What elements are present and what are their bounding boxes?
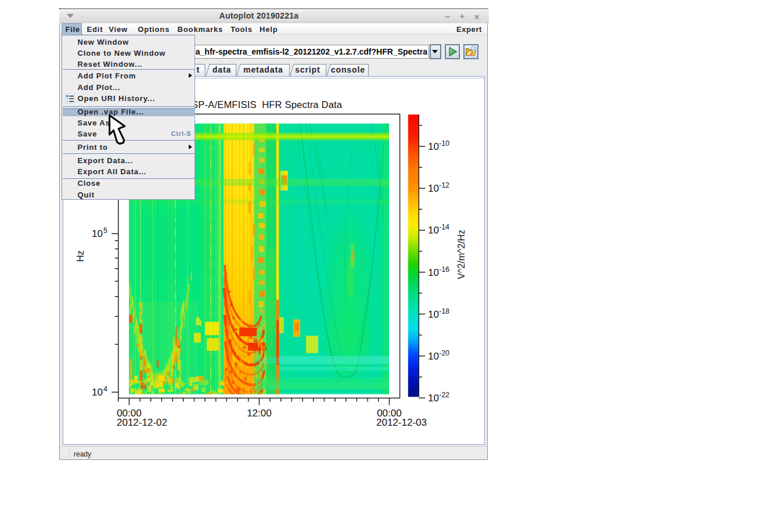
svg-text:-20: -20 xyxy=(439,349,449,357)
svg-text:Hz: Hz xyxy=(75,250,85,262)
svg-text:-22: -22 xyxy=(439,391,449,399)
svg-text:12:00: 12:00 xyxy=(247,408,272,419)
svg-text:RBSP-A/EMFISIS HFR Spectra Da: RBSP-A/EMFISIS HFR Spectra Data xyxy=(178,99,343,110)
svg-text:console: console xyxy=(331,65,365,74)
svg-text:10: 10 xyxy=(428,225,439,236)
svg-text:10: 10 xyxy=(428,351,439,362)
svg-text:metadata: metadata xyxy=(243,65,283,74)
svg-text:-16: -16 xyxy=(439,265,449,274)
svg-text:2012-12-02: 2012-12-02 xyxy=(117,417,167,428)
svg-text:-12: -12 xyxy=(439,181,449,189)
svg-text:10: 10 xyxy=(92,387,103,398)
svg-text:10: 10 xyxy=(428,141,439,152)
svg-text:10: 10 xyxy=(428,309,439,320)
svg-text:data: data xyxy=(213,65,231,74)
svg-text:10: 10 xyxy=(428,393,439,404)
svg-text:4: 4 xyxy=(103,385,107,393)
svg-text:10: 10 xyxy=(428,267,439,278)
svg-text:10: 10 xyxy=(428,183,439,194)
svg-text:-10: -10 xyxy=(439,139,449,148)
svg-text:script: script xyxy=(295,65,321,74)
svg-text:10: 10 xyxy=(92,228,103,239)
svg-text:V^2/m^2/Hz: V^2/m^2/Hz xyxy=(456,229,466,279)
svg-text:-14: -14 xyxy=(439,223,449,231)
svg-text:t: t xyxy=(197,65,200,74)
svg-text:5: 5 xyxy=(103,227,107,235)
svg-text:2012-12-03: 2012-12-03 xyxy=(376,417,427,428)
svg-text:-18: -18 xyxy=(439,307,449,315)
